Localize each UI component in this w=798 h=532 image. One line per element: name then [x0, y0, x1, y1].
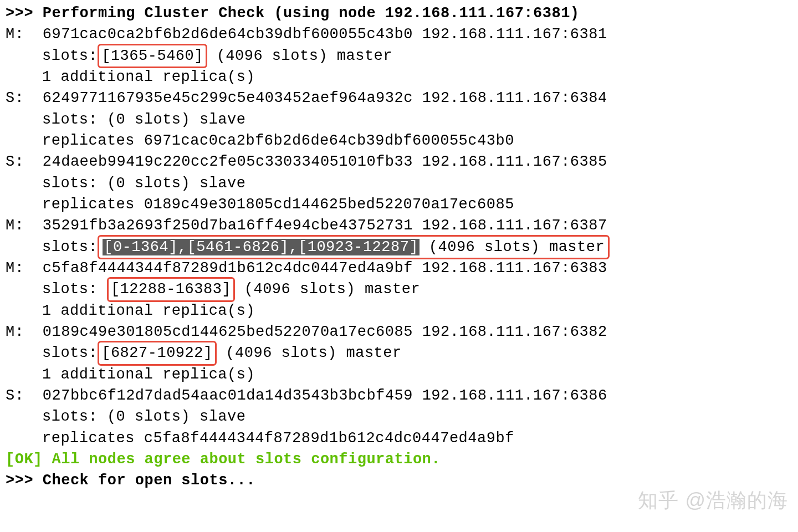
slots-line: slots:[6827-10922] (4096 slots) master — [6, 342, 792, 364]
node-line: M: c5fa8f4444344f87289d1b612c4dc0447ed4a… — [6, 258, 792, 279]
node-marker: M: — [6, 324, 24, 340]
node-marker: S: — [6, 154, 24, 170]
node-line: M: 0189c49e301805cd144625bed522070a17ec6… — [6, 321, 792, 342]
node-hash: 24daeeb99419c220cc2fe05c330334051010fb33 — [43, 154, 413, 170]
replicates-line: replicates 0189c49e301805cd144625bed5220… — [6, 194, 792, 215]
node-marker: M: — [6, 260, 24, 277]
slot-range-box-wide: [0-1364],[5461-6826],[10923-12287] (4096… — [98, 235, 610, 259]
slots-line: slots: (0 slots) slave — [6, 109, 792, 130]
node-line: M: 35291fb3a2693f250d7ba16ff4e94cbe43752… — [6, 215, 792, 236]
node-hash: 35291fb3a2693f250d7ba16ff4e94cbe43752731 — [43, 217, 413, 234]
node-hash: 027bbc6f12d7dad54aac01da14d3543b3bcbf459 — [43, 387, 413, 404]
slot-range-box: [12288-16383] — [107, 277, 235, 301]
node-marker: M: — [6, 217, 24, 234]
replicas-line: 1 additional replica(s) — [6, 66, 792, 88]
node-addr: 192.168.111.167:6386 — [422, 387, 607, 404]
node-addr: 192.168.111.167:6382 — [422, 324, 607, 340]
slots-line: slots:[1365-5460] (4096 slots) master — [6, 45, 792, 66]
slots-label: slots: — [42, 239, 98, 255]
slots-label: slots: — [42, 345, 98, 361]
cluster-check-header: >>> Performing Cluster Check (using node… — [6, 3, 792, 24]
check-open-slots-line: >>> Check for open slots... — [6, 470, 792, 491]
node-hash: 0189c49e301805cd144625bed522070a17ec6085 — [43, 324, 413, 340]
slots-label: slots: — [42, 281, 98, 298]
slots-line: slots:[0-1364],[5461-6826],[10923-12287]… — [6, 237, 792, 258]
node-marker: S: — [6, 387, 24, 404]
slots-line: slots: (0 slots) slave — [6, 173, 792, 194]
node-marker: S: — [6, 90, 24, 106]
node-marker: M: — [6, 26, 24, 43]
ok-status-line: [OK] All nodes agree about slots configu… — [6, 449, 792, 470]
replicates-line: replicates c5fa8f4444344f87289d1b612c4dc… — [6, 428, 792, 449]
node-hash: c5fa8f4444344f87289d1b612c4dc0447ed4a9bf — [43, 260, 413, 277]
node-line: S: 6249771167935e45c299c5e403452aef964a9… — [6, 88, 792, 109]
slots-suffix: (4096 slots) master — [235, 281, 420, 298]
slot-range-box: [1365-5460] — [98, 44, 207, 68]
node-hash: 6249771167935e45c299c5e403452aef964a932c — [43, 90, 413, 106]
slots-suffix: (4096 slots) master — [420, 239, 605, 255]
node-addr: 192.168.111.167:6384 — [422, 90, 607, 106]
node-line: S: 027bbc6f12d7dad54aac01da14d3543b3bcbf… — [6, 385, 792, 406]
slots-label: slots: — [42, 48, 98, 64]
node-line: M: 6971cac0ca2bf6b2d6de64cb39dbf600055c4… — [6, 24, 792, 45]
slots-suffix: (4096 slots) master — [207, 48, 392, 64]
node-addr: 192.168.111.167:6385 — [422, 154, 607, 170]
replicas-line: 1 additional replica(s) — [6, 364, 792, 385]
replicates-line: replicates 6971cac0ca2bf6b2d6de64cb39dbf… — [6, 130, 792, 151]
node-line: S: 24daeeb99419c220cc2fe05c330334051010f… — [6, 151, 792, 172]
slot-range-box: [6827-10922] — [98, 341, 216, 365]
slots-line: slots: [12288-16383] (4096 slots) master — [6, 279, 792, 300]
slots-line: slots: (0 slots) slave — [6, 406, 792, 427]
node-addr: 192.168.111.167:6387 — [422, 217, 607, 234]
node-addr: 192.168.111.167:6383 — [422, 260, 607, 277]
slot-highlight: [0-1364],[5461-6826],[10923-12287] — [103, 239, 420, 255]
replicas-line: 1 additional replica(s) — [6, 300, 792, 321]
slots-suffix: (4096 slots) master — [217, 345, 402, 361]
terminal-output: >>> Performing Cluster Check (using node… — [6, 3, 792, 492]
node-hash: 6971cac0ca2bf6b2d6de64cb39dbf600055c43b0 — [43, 26, 413, 43]
node-addr: 192.168.111.167:6381 — [422, 26, 607, 43]
